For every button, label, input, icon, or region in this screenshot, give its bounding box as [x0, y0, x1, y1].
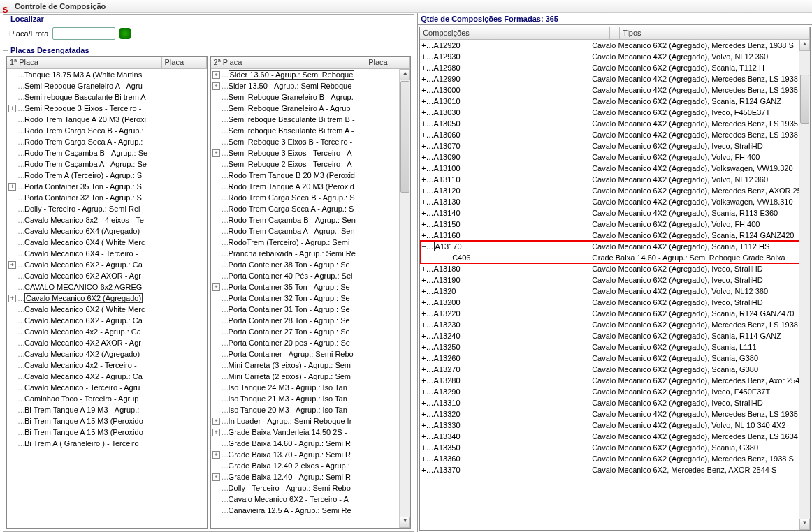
comp-row[interactable]: +…A13060Cavalo Mecanico 4X2 (Agregado), …	[420, 129, 810, 140]
comp-row[interactable]: +…A13070Cavalo Mecanico 6X2 (Agregado), …	[420, 140, 810, 152]
comp-row[interactable]: +…A13250Cavalo Mecanico 6X2 (Agregado), …	[420, 341, 810, 353]
comp-row[interactable]: +…A13360Cavalo Mecanico 6X2 (Agregado), …	[420, 453, 810, 464]
tree-row[interactable]: +…Grade Baixa 13.70 - Agrup.: Semi R	[211, 449, 411, 460]
comp-row[interactable]: +…A13280Cavalo Mecanico 6X2 (Agregado), …	[420, 375, 810, 386]
tree-row[interactable]: …Iso Tanque 24 M3 - Agrup.: Iso Tan	[211, 382, 411, 393]
comp-row[interactable]: +…A13050Cavalo Mecanico 4X2 (Agregado), …	[420, 118, 810, 129]
comp-row[interactable]: +…A1320Cavalo Mecanico 4X2 (Agregado), V…	[420, 286, 810, 297]
expand-icon[interactable]: +	[8, 105, 16, 112]
tree-row[interactable]: …Cavalo Mecanico 8x2 - 4 eixos - Te	[7, 214, 207, 226]
comp-row[interactable]: +…A13000Cavalo Mecanico 4X2 (Agregado), …	[420, 84, 810, 96]
expand-icon[interactable]: +	[212, 418, 220, 425]
tree-row[interactable]: …Cavalo Mecanico 6X2 ( White Merc	[7, 304, 207, 315]
comp-row[interactable]: +…A13370Cavalo Mecanico 6X2, Mercedes Be…	[420, 464, 810, 475]
tree-row[interactable]: …Cavalo Mecanico 4x2 - Agrup.: Ca	[7, 326, 207, 337]
scroll-down[interactable]: ▼	[400, 517, 410, 528]
expand-icon[interactable]: +	[212, 429, 220, 436]
tree-row[interactable]: …Cavalo Mecanico 6X2 AXOR - Agr	[7, 270, 207, 281]
tree-row[interactable]: …Cavalo Mecanico 4x2 - Terceiro -	[7, 360, 207, 371]
tree-row[interactable]: …Rodo Trem Tanque A 20 M3 (Peroxi	[7, 114, 207, 125]
tree-row[interactable]: …Cavalo Mecanico 6X4 ( White Merc	[7, 237, 207, 248]
tree-row[interactable]: …Iso Tanque 21 M3 - Agrup.: Iso Tan	[211, 393, 411, 404]
expand-icon[interactable]: +	[212, 71, 220, 79]
expand-icon[interactable]: +	[212, 473, 220, 481]
comp-row[interactable]: +…A12920Cavalo Mecanico 6X2 (Agregado), …	[420, 40, 810, 51]
tree-row[interactable]: …Porta Container 32 Ton - Agrup.: Se	[211, 293, 411, 304]
comp-row[interactable]: +…A13220Cavalo Mecanico 6X2 (Agregado), …	[420, 308, 810, 319]
search-icon[interactable]	[119, 28, 131, 39]
col-placa2[interactable]: Placa	[365, 57, 410, 68]
col-2a-placa[interactable]: 2ª Placa	[211, 57, 366, 68]
scroll-up-r[interactable]: ▲	[799, 40, 810, 51]
scrollbar-right[interactable]: ▲ ▼	[799, 40, 810, 530]
comp-row[interactable]: +…A13290Cavalo Mecanico 6X2 (Agregado), …	[420, 386, 810, 397]
tree-row[interactable]: …Rodo Trem Carga Seca A - Agrup.: S	[211, 203, 411, 214]
tree-row[interactable]: …Cavalo Mecanico 4X2 - Agrup.: Ca	[7, 371, 207, 382]
expand-icon[interactable]: +	[212, 283, 220, 291]
expand-icon[interactable]: +	[8, 295, 16, 302]
comp-row[interactable]: +…A13270Cavalo Mecanico 6X2 (Agregado), …	[420, 364, 810, 375]
tree-row[interactable]: +…Porta Container 35 Ton - Agrup.: S	[7, 181, 207, 192]
tree-row[interactable]: …Mini Carreta (2 eixos) - Agrup.: Sem	[211, 371, 411, 382]
tree-row[interactable]: …RodoTrem (Terceiro) - Agrup.: Semi	[211, 237, 411, 248]
tree-row[interactable]: +…Sider 13.60 - Agrup.: Semi Reboque	[211, 69, 411, 80]
tree-row[interactable]: …Rodo Trem Caçamba B - Agrup.: Se	[7, 147, 207, 158]
tree-row[interactable]: …Tanque 18.75 M3 A (White Martins	[7, 69, 207, 80]
tree-row[interactable]: …Cavalo Mecanico 6X2 - Terceiro - A	[211, 494, 411, 505]
expand-icon[interactable]: +	[212, 149, 220, 157]
tree-row[interactable]: …Rodo Trem Caçamba B - Agrup.: Sen	[211, 214, 411, 226]
placa-frota-input[interactable]	[52, 27, 115, 40]
comp-row[interactable]: +…A13330Cavalo Mecanico 4X2 (Agregado), …	[420, 420, 810, 431]
tree-row[interactable]: …Bi Trem Tanque A 19 M3 - Agrup.:	[7, 404, 207, 415]
comp-row[interactable]: +…A13240Cavalo Mecanico 6X2 (Agregado), …	[420, 330, 810, 341]
tree-row[interactable]: +…In Loader - Agrup.: Semi Reboque Ir	[211, 415, 411, 427]
tree-row[interactable]: +…Sider 13.50 - Agrup.: Semi Reboque	[211, 80, 411, 91]
tree-row[interactable]: …Prancha rebaixada - Agrup.: Semi Re	[211, 248, 411, 259]
tree-row[interactable]: …Grade Baixa 12.40 2 eixos - Agrup.:	[211, 460, 411, 471]
tree-row[interactable]: …Dolly - Terceiro - Agrup.: Semi Rel	[7, 203, 207, 214]
tree-row[interactable]: …Cavalo Mecanico 4X2 AXOR - Agr	[7, 337, 207, 348]
tree-row[interactable]: …Porta Container 20 pes - Agrup.: Se	[211, 337, 411, 348]
tree-row[interactable]: +…Cavalo Mecanico 6X2 (Agregado)	[7, 293, 207, 304]
child-row[interactable]: C406Grade Baixa 14.60 - Agrup.: Semi Reb…	[420, 252, 810, 263]
tree-row[interactable]: …Canavieira 12.5 A - Agrup.: Semi Re	[211, 505, 411, 516]
expand-icon[interactable]: +	[212, 451, 220, 459]
tree-row[interactable]: …Semi Reboque Graneleiro B - Agrup.	[211, 91, 411, 103]
comp-row[interactable]: +…A13350Cavalo Mecanico 6X2 (Agregado), …	[420, 442, 810, 453]
tree-row[interactable]: …Cavalo Mecanico 6X4 (Agregado)	[7, 226, 207, 237]
tree-row[interactable]: …Semi Reboque Graneleiro A - Agrup	[211, 103, 411, 114]
comp-row[interactable]: +…A13260Cavalo Mecanico 6X2 (Agregado), …	[420, 353, 810, 364]
tree-row[interactable]: …Rodo Trem A (Terceiro) - Agrup.: S	[7, 170, 207, 181]
tree-row[interactable]: …Semi Reboque Graneleiro A - Agru	[7, 80, 207, 91]
comp-row[interactable]: +…A13160Cavalo Mecanico 6X2 (Agregado), …	[420, 230, 810, 241]
tree-row[interactable]: …Rodo Trem Tanque A 20 M3 (Peroxid	[211, 181, 411, 192]
comp-row[interactable]: +…A13150Cavalo Mecanico 6X2 (Agregado), …	[420, 219, 810, 230]
scroll-thumb-r[interactable]	[800, 75, 809, 124]
tree-row[interactable]: …Bi Trem Tanque A 15 M3 (Peroxido	[7, 427, 207, 438]
comp-row[interactable]: +…A13190Cavalo Mecanico 6X2 (Agregado), …	[420, 274, 810, 286]
comp-row[interactable]: +…A13010Cavalo Mecanico 6X2 (Agregado), …	[420, 96, 810, 107]
tree-row[interactable]: …Dolly - Terceiro - Agrup.: Semi Rebo	[211, 482, 411, 494]
tree-row[interactable]: …Porta Container - Agrup.: Semi Rebo	[211, 348, 411, 360]
comp-row[interactable]: +…A13200Cavalo Mecanico 6X2 (Agregado), …	[420, 297, 810, 308]
tree-row[interactable]: …Porta Container 28 Ton - Agrup.: Se	[211, 315, 411, 326]
comp-row[interactable]: +…A13130Cavalo Mecanico 4X2 (Agregado), …	[420, 196, 810, 207]
tree-row[interactable]: …Rodo Trem Carga Seca B - Agrup.: S	[211, 192, 411, 203]
tree-row[interactable]: +…Grade Baixa Vanderleia 14.50 2S -	[211, 427, 411, 438]
tree-row[interactable]: …Porta Container 40 Pés - Agrup.: Sei	[211, 270, 411, 281]
tree-row[interactable]: …Cavalo Mecanico 4X2 (Agregado) -	[7, 348, 207, 360]
tree-row[interactable]: +…Porta Container 35 Ton - Agrup.: Se	[211, 281, 411, 293]
tree-row[interactable]: …Porta Container 31 Ton - Agrup.: Se	[211, 304, 411, 315]
tree-row[interactable]: …Semi reboque Basculante Bi trem A -	[211, 125, 411, 136]
tree-row[interactable]: …Cavalo Mecanico 6X4 - Terceiro -	[7, 248, 207, 259]
tree-row[interactable]: …Porta Container 32 Ton - Agrup.: S	[7, 192, 207, 203]
tree-row[interactable]: …Grade Baixa 14.60 - Agrup.: Semi R	[211, 438, 411, 449]
comp-row[interactable]: +…A13030Cavalo Mecanico 6X2 (Agregado), …	[420, 107, 810, 118]
tree-row[interactable]: …Bi Trem Tanque A 15 M3 (Peroxido	[7, 415, 207, 427]
comp-row[interactable]: +…A13340Cavalo Mecanico 4X2 (Agregado), …	[420, 431, 810, 442]
tree-row[interactable]: …CAVALO MECANICO 6x2 AGREG	[7, 281, 207, 293]
tree-row[interactable]: …Rodo Trem Caçamba A - Agrup.: Se	[7, 158, 207, 170]
tree-row[interactable]: …Rodo Trem Tanque B 20 M3 (Peroxid	[211, 170, 411, 181]
tree-row[interactable]: …Porta Conteiner 38 Ton - Agrup.: Se	[211, 259, 411, 270]
tree-row[interactable]: …Semi reboque Basculante Bi trem A	[7, 91, 207, 103]
